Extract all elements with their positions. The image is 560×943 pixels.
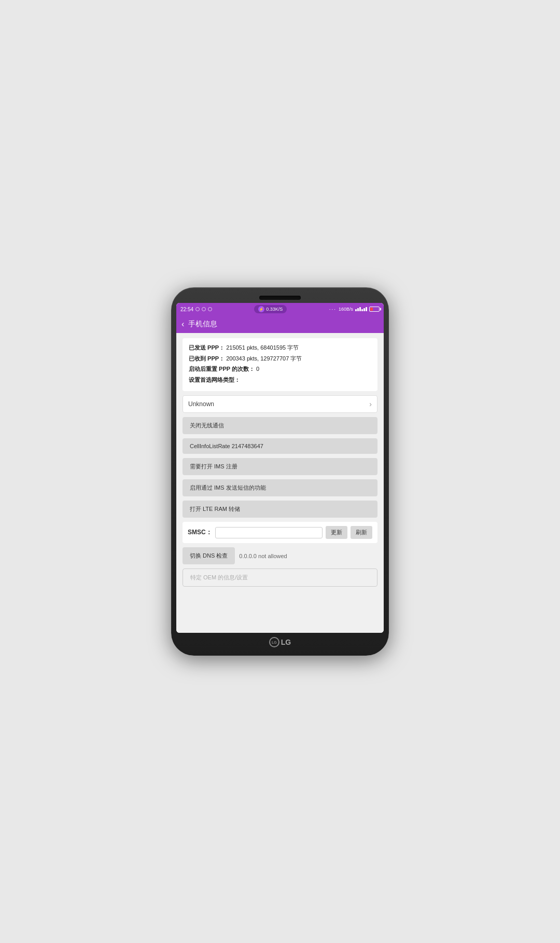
status-bar: 22:54 ⚡ 0.33K/S ··· 160B/s <box>176 303 384 315</box>
status-right: ··· 160B/s <box>329 307 380 312</box>
back-button[interactable]: ‹ <box>181 320 184 329</box>
ppp-reset-label: 启动后重置 PPP 的次数： <box>189 366 255 372</box>
speaker-grille <box>259 296 301 300</box>
page-title: 手机信息 <box>188 320 217 329</box>
signal-icon <box>355 307 367 311</box>
bolt-icon: ⚡ <box>258 306 264 312</box>
network-type-selector[interactable]: Unknown › <box>183 395 377 413</box>
notif-icon-2 <box>202 307 206 311</box>
ppp-sent-value: 215051 pkts, 68401595 字节 <box>226 344 299 351</box>
battery-icon <box>369 307 380 312</box>
lg-logo: LG LG <box>269 637 291 647</box>
ims-register-button[interactable]: 需要打开 IMS 注册 <box>183 458 377 475</box>
network-speed-widget: ⚡ 0.33K/S <box>254 305 287 313</box>
status-notification-icons <box>195 307 212 311</box>
network-type-label-row: 设置首选网络类型： <box>189 376 371 384</box>
ppp-sent-label: 已发送 PPP： <box>189 344 225 351</box>
dns-row: 切换 DNS 检查 0.0.0.0 not allowed <box>183 547 377 564</box>
ppp-reset-row: 启动后重置 PPP 的次数： 0 <box>189 365 371 373</box>
notif-icon-3 <box>208 307 212 311</box>
phone-top-bar <box>176 294 384 303</box>
smsc-input[interactable] <box>215 527 323 538</box>
dns-toggle-button[interactable]: 切换 DNS 检查 <box>183 547 235 564</box>
lte-ram-button[interactable]: 打开 LTE RAM 转储 <box>183 501 377 518</box>
oem-info-button[interactable]: 特定 OEM 的信息/设置 <box>183 568 377 587</box>
notif-icon-1 <box>195 307 200 311</box>
battery-fill <box>370 308 373 311</box>
signal-bar-4 <box>361 309 363 311</box>
phone-device: 22:54 ⚡ 0.33K/S ··· 160B/s <box>171 287 389 656</box>
network-type-value: Unknown <box>188 400 214 408</box>
phone-bottom: LG LG <box>269 633 291 649</box>
ppp-info-section: 已发送 PPP： 215051 pkts, 68401595 字节 已收到 PP… <box>183 338 377 391</box>
ppp-reset-value: 0 <box>256 366 259 372</box>
title-bar: ‹ 手机信息 <box>176 315 384 333</box>
ppp-sent-row: 已发送 PPP： 215051 pkts, 68401595 字节 <box>189 343 371 352</box>
smsc-refresh-button[interactable]: 刷新 <box>351 526 372 539</box>
smsc-row: SMSC： 更新 刷新 <box>183 522 377 543</box>
signal-bar-3 <box>359 307 361 311</box>
signal-bar-6 <box>366 307 367 311</box>
lg-circle-text: LG <box>272 641 277 644</box>
ppp-recv-label: 已收到 PPP： <box>189 355 225 362</box>
ims-sms-button[interactable]: 启用通过 IMS 发送短信的功能 <box>183 479 377 496</box>
dots-icon: ··· <box>329 307 337 312</box>
signal-bar-5 <box>363 308 365 311</box>
close-wireless-button[interactable]: 关闭无线通信 <box>183 417 377 434</box>
network-type-label: 设置首选网络类型： <box>189 377 240 383</box>
cell-info-button[interactable]: CellInfoListRate 2147483647 <box>183 438 377 454</box>
dns-status-text: 0.0.0.0 not allowed <box>239 553 287 559</box>
ppp-recv-row: 已收到 PPP： 200343 pkts, 129727707 字节 <box>189 354 371 363</box>
content-area: 已发送 PPP： 215051 pkts, 68401595 字节 已收到 PP… <box>176 333 384 633</box>
lg-brand-text: LG <box>281 638 291 646</box>
network-speed-2: 160B/s <box>339 307 353 312</box>
status-time: 22:54 <box>180 307 193 312</box>
lg-circle-icon: LG <box>269 637 279 647</box>
smsc-update-button[interactable]: 更新 <box>326 526 347 539</box>
smsc-label: SMSC： <box>188 528 212 537</box>
ppp-recv-value: 200343 pkts, 129727707 字节 <box>226 355 302 362</box>
status-left: 22:54 <box>180 307 212 312</box>
signal-bar-1 <box>355 309 357 311</box>
signal-bar-2 <box>357 308 359 311</box>
chevron-right-icon: › <box>369 400 372 408</box>
network-speed: 0.33K/S <box>266 307 283 312</box>
phone-screen: 22:54 ⚡ 0.33K/S ··· 160B/s <box>176 303 384 633</box>
